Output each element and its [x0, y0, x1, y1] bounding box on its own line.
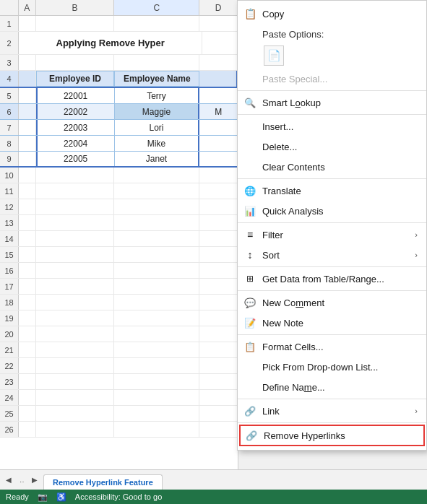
cell-employee-name-header[interactable]: Employee Name — [114, 71, 199, 87]
cell-15b[interactable] — [36, 247, 115, 262]
cell-18d[interactable] — [199, 295, 238, 310]
cell-22a[interactable] — [19, 358, 36, 373]
cell-19c[interactable] — [114, 310, 199, 326]
cell-8c[interactable]: Mike — [115, 136, 200, 151]
cell-20c[interactable] — [114, 326, 199, 342]
cell-3a[interactable] — [19, 55, 36, 70]
cell-19d[interactable] — [199, 310, 238, 326]
cell-10b[interactable] — [36, 168, 115, 183]
cell-13a[interactable] — [19, 215, 36, 230]
cell-12b[interactable] — [36, 199, 115, 214]
menu-item-new-comment[interactable]: 💬 New Comment — [238, 292, 426, 313]
cell-24c[interactable] — [114, 390, 199, 405]
cell-16d[interactable] — [199, 263, 238, 278]
cell-17a[interactable] — [19, 279, 36, 294]
sheet-tab-active[interactable]: Remove Hyperlink Feature — [43, 474, 163, 490]
cell-16c[interactable] — [114, 263, 199, 278]
cell-23b[interactable] — [36, 374, 115, 389]
cell-18b[interactable] — [36, 295, 115, 310]
cell-23a[interactable] — [19, 374, 36, 389]
cell-14d[interactable] — [199, 231, 238, 246]
cell-17c[interactable] — [114, 279, 199, 294]
cell-5b[interactable]: 22001 — [36, 88, 115, 103]
cell-4d[interactable] — [199, 71, 238, 87]
cell-24a[interactable] — [19, 390, 36, 405]
cell-1d[interactable] — [199, 16, 238, 31]
cell-23d[interactable] — [199, 374, 238, 389]
col-header-b[interactable]: B — [36, 0, 115, 15]
col-header-c[interactable]: C — [114, 0, 199, 15]
cell-8b[interactable]: 22004 — [36, 136, 115, 151]
cell-20a[interactable] — [19, 326, 36, 342]
cell-19b[interactable] — [36, 310, 115, 326]
cell-5a[interactable] — [19, 88, 36, 103]
cell-6b[interactable]: 22002 — [36, 104, 115, 119]
cell-1b[interactable] — [36, 16, 115, 31]
cell-12d[interactable] — [199, 199, 238, 214]
cell-21d[interactable] — [199, 342, 238, 357]
cell-22c[interactable] — [114, 358, 199, 373]
tab-first-arrow[interactable]: ◀ — [3, 474, 14, 486]
menu-item-smart-lookup[interactable]: 🔍 Smart Lookup — [238, 92, 426, 113]
menu-item-new-note[interactable]: 📝 New Note — [238, 313, 426, 333]
cell-10d[interactable] — [199, 168, 238, 183]
cell-11a[interactable] — [19, 183, 36, 199]
cell-15c[interactable] — [114, 247, 199, 262]
cell-25b[interactable] — [36, 406, 115, 421]
menu-item-pick-dropdown[interactable]: Pick From Drop-down List... — [238, 357, 426, 377]
cell-11b[interactable] — [36, 183, 115, 199]
menu-item-quick-analysis[interactable]: 📊 Quick Analysis — [238, 201, 426, 221]
cell-3b[interactable] — [36, 55, 115, 70]
col-header-a[interactable]: A — [19, 0, 36, 15]
cell-12a[interactable] — [19, 199, 36, 214]
cell-7d[interactable] — [199, 120, 238, 135]
menu-item-paste-special[interactable]: Paste Special... — [238, 69, 426, 89]
cell-6c[interactable]: Maggie — [115, 104, 200, 119]
cell-1a[interactable] — [19, 16, 36, 31]
cell-17d[interactable] — [199, 279, 238, 294]
cell-20b[interactable] — [36, 326, 115, 342]
cell-employee-id-header[interactable]: Employee ID — [36, 71, 115, 87]
cell-11d[interactable] — [199, 183, 238, 199]
menu-item-translate[interactable]: 🌐 Translate — [238, 181, 426, 201]
cell-10a[interactable] — [19, 168, 36, 183]
cell-5d[interactable] — [199, 88, 238, 103]
cell-title[interactable]: Applying Remove Hyper — [19, 32, 202, 54]
cell-3d[interactable] — [199, 55, 238, 70]
menu-item-link[interactable]: 🔗 Link › — [238, 401, 426, 421]
tab-prev-arrow[interactable]: ‥ — [16, 474, 27, 486]
menu-item-define-name[interactable]: Define Name... — [238, 377, 426, 397]
cell-7b[interactable]: 22003 — [36, 120, 115, 135]
cell-8a[interactable] — [19, 136, 36, 151]
cell-15d[interactable] — [199, 247, 238, 262]
cell-19a[interactable] — [19, 310, 36, 326]
cell-22d[interactable] — [199, 358, 238, 373]
cell-21b[interactable] — [36, 342, 115, 357]
cell-23c[interactable] — [114, 374, 199, 389]
cell-26d[interactable] — [199, 422, 238, 437]
menu-item-copy[interactable]: 📋 Copy — [238, 4, 426, 24]
cell-13c[interactable] — [114, 215, 199, 230]
cell-13b[interactable] — [36, 215, 115, 230]
cell-26c[interactable] — [114, 422, 199, 437]
menu-item-format-cells[interactable]: 📋 Format Cells... — [238, 336, 426, 357]
cell-6d[interactable]: M — [199, 104, 238, 119]
cell-11c[interactable] — [114, 183, 199, 199]
cell-22b[interactable] — [36, 358, 115, 373]
cell-24b[interactable] — [36, 390, 115, 405]
cell-26b[interactable] — [36, 422, 115, 437]
cell-16b[interactable] — [36, 263, 115, 278]
cell-3c[interactable] — [114, 55, 199, 70]
cell-15a[interactable] — [19, 247, 36, 262]
cell-9a[interactable] — [19, 152, 36, 166]
cell-26a[interactable] — [19, 422, 36, 437]
cell-17b[interactable] — [36, 279, 115, 294]
cell-2d[interactable] — [202, 32, 238, 54]
cell-7a[interactable] — [19, 120, 36, 135]
cell-6a[interactable] — [19, 104, 36, 119]
cell-25a[interactable] — [19, 406, 36, 421]
cell-13d[interactable] — [199, 215, 238, 230]
cell-5c[interactable]: Terry — [115, 88, 200, 103]
cell-14b[interactable] — [36, 231, 115, 246]
cell-16a[interactable] — [19, 263, 36, 278]
